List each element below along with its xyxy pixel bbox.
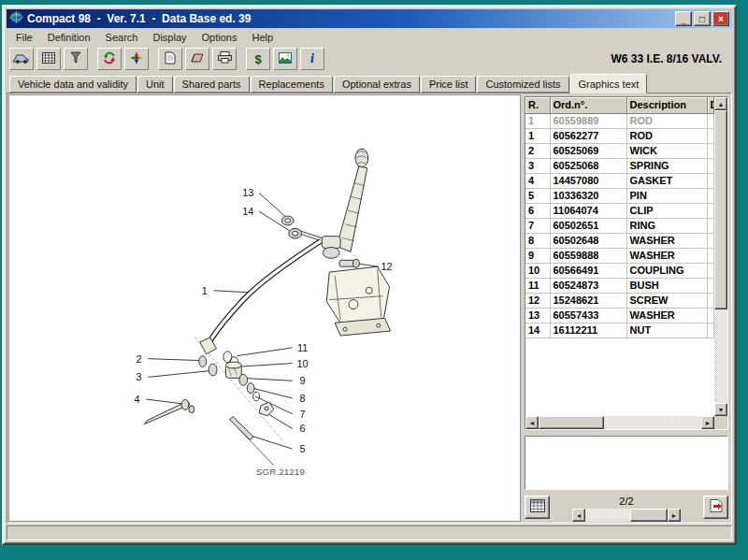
cell-part-number: 60559889 — [550, 113, 626, 128]
table-row[interactable]: 9 60559888 WASHER — [525, 248, 714, 263]
column-header-ord: Ord.n°. — [550, 97, 626, 113]
exploded-parts-diagram[interactable]: 1 2 3 4 5 6 7 8 9 10 11 12 13 14 — [9, 95, 520, 521]
tab-vehicle-data[interactable]: Vehicle data and validity — [9, 76, 137, 93]
maximize-button[interactable]: □ — [694, 11, 711, 26]
callout-label[interactable]: 13 — [242, 187, 253, 198]
parts-grid-button[interactable] — [36, 48, 61, 70]
callout-label[interactable]: 7 — [300, 409, 306, 420]
table-row[interactable]: 5 10336320 PIN — [525, 188, 714, 203]
scroll-up-button[interactable]: ▲ — [714, 97, 727, 110]
table-row[interactable]: 1 60562277 ROD — [525, 128, 714, 143]
tab-unit[interactable]: Unit — [137, 76, 173, 93]
compass-icon — [130, 51, 143, 67]
tab-optional-extras[interactable]: Optional extras — [334, 76, 420, 93]
car-icon — [13, 51, 30, 67]
page-scroll-track[interactable] — [585, 509, 668, 522]
table-view-button[interactable] — [525, 495, 550, 519]
menu-item[interactable]: Search — [98, 30, 146, 45]
callout-label[interactable]: 6 — [300, 423, 306, 434]
title-bar[interactable]: Compact 98 - Ver. 7.1 - Data Base ed. 39… — [7, 9, 732, 28]
content-area: 1 2 3 4 5 6 7 8 9 10 11 12 13 14 — [7, 93, 732, 524]
menu-item[interactable]: Display — [145, 30, 194, 45]
cell-ref: 14 — [525, 323, 550, 337]
scroll-track[interactable] — [539, 416, 701, 429]
document-button[interactable] — [158, 48, 182, 70]
scroll-right-button[interactable]: ► — [701, 416, 714, 429]
menu-item[interactable]: Options — [194, 30, 245, 45]
page-scrollbar[interactable]: ◄ ► — [572, 509, 681, 522]
scroll-down-button[interactable]: ▼ — [714, 403, 727, 416]
table-horizontal-scrollbar[interactable]: ◄ ► — [525, 416, 714, 429]
scroll-left-button[interactable]: ◄ — [525, 416, 539, 429]
parts-table: R. Ord.n°. Description D 1 — [525, 97, 714, 338]
table-row[interactable]: 1 60559889 ROD — [525, 113, 714, 128]
cell-description: SCREW — [626, 293, 707, 308]
callout-label[interactable]: 10 — [297, 358, 309, 369]
menu-item[interactable]: Help — [244, 30, 280, 45]
print-button[interactable] — [212, 48, 237, 70]
tab-replacements[interactable]: Replacements — [251, 76, 333, 93]
cell-part-number: 16112211 — [550, 323, 626, 337]
filter-button[interactable] — [64, 48, 88, 70]
app-window: Compact 98 - Ver. 7.1 - Data Base ed. 39… — [2, 5, 737, 545]
callout-label[interactable]: 5 — [300, 443, 306, 454]
tab-graphics-text[interactable]: Graphics text — [570, 74, 648, 93]
cell-d — [707, 158, 714, 173]
model-label: W6 33 I.E. 8/16 VALV. — [611, 52, 723, 65]
column-header-r: R. — [525, 97, 550, 113]
menu-item[interactable]: Definition — [40, 30, 98, 45]
globe-icon — [9, 10, 23, 28]
status-text: W6 / 21221 GEARSHIFT OUTER CONTROLS — [28, 538, 244, 540]
callout-label[interactable]: 12 — [381, 261, 393, 272]
tab-price-list[interactable]: Price list — [421, 76, 477, 93]
callout-label[interactable]: 14 — [242, 206, 253, 217]
status-bar: W6 / 21221 GEARSHIFT OUTER CONTROLS — [7, 525, 732, 540]
report-button[interactable] — [703, 495, 728, 519]
page-scroll-thumb[interactable] — [630, 509, 668, 522]
prices-button[interactable]: $ — [246, 48, 270, 70]
tab-customized-lists[interactable]: Customized lists — [477, 76, 568, 93]
scrollbar-corner — [714, 416, 727, 429]
cell-d — [707, 113, 714, 128]
callout-label[interactable]: 9 — [300, 375, 306, 386]
refresh-button[interactable] — [97, 48, 122, 70]
eraser-button[interactable] — [185, 48, 209, 70]
minimize-button[interactable]: _ — [675, 11, 692, 26]
navigate-button[interactable] — [124, 48, 149, 70]
page-next-button[interactable]: ► — [668, 509, 681, 522]
callout-label[interactable]: 11 — [297, 342, 308, 353]
info-button[interactable]: i — [300, 48, 324, 70]
table-row[interactable]: 6 11064074 CLIP — [525, 203, 714, 218]
table-row[interactable]: 4 14457080 GASKET — [525, 173, 714, 188]
bottom-controls: 2/2 ◄ ► — [525, 495, 728, 522]
scroll-thumb[interactable] — [539, 416, 604, 429]
image-button[interactable] — [273, 48, 297, 70]
table-row[interactable]: 8 60502648 WASHER — [525, 233, 714, 248]
cell-d — [707, 143, 714, 158]
table-vertical-scrollbar[interactable]: ▲ ▼ — [714, 97, 727, 416]
table-row[interactable]: 14 16112211 NUT — [525, 323, 714, 337]
table-row[interactable]: 7 60502651 RING — [525, 218, 714, 233]
cell-description: ROD — [626, 113, 707, 128]
diagram-panel[interactable]: 1 2 3 4 5 6 7 8 9 10 11 12 13 14 — [8, 94, 521, 522]
cell-ref: 6 — [525, 203, 550, 218]
vehicle-search-button[interactable] — [9, 48, 34, 70]
table-row[interactable]: 3 60525068 SPRING — [525, 158, 714, 173]
close-button[interactable]: × — [712, 11, 729, 26]
scroll-thumb[interactable] — [714, 110, 727, 309]
callout-label[interactable]: 4 — [134, 394, 139, 405]
table-row[interactable]: 11 60524873 BUSH — [525, 278, 714, 293]
callout-label[interactable]: 2 — [136, 353, 141, 365]
page-previous-button[interactable]: ◄ — [572, 509, 585, 522]
table-row[interactable]: 10 60566491 COUPLING — [525, 263, 714, 278]
callout-label[interactable]: 1 — [202, 285, 208, 296]
cell-description: SPRING — [626, 158, 707, 173]
scroll-track[interactable] — [714, 110, 727, 403]
callout-label[interactable]: 8 — [300, 393, 306, 404]
tab-shared-parts[interactable]: Shared parts — [174, 76, 250, 93]
table-row[interactable]: 2 60525069 WICK — [525, 143, 714, 158]
menu-item[interactable]: File — [8, 30, 40, 45]
table-row[interactable]: 12 15248621 SCREW — [525, 293, 714, 308]
callout-label[interactable]: 3 — [136, 371, 141, 382]
table-row[interactable]: 13 60557433 WASHER — [525, 308, 714, 323]
